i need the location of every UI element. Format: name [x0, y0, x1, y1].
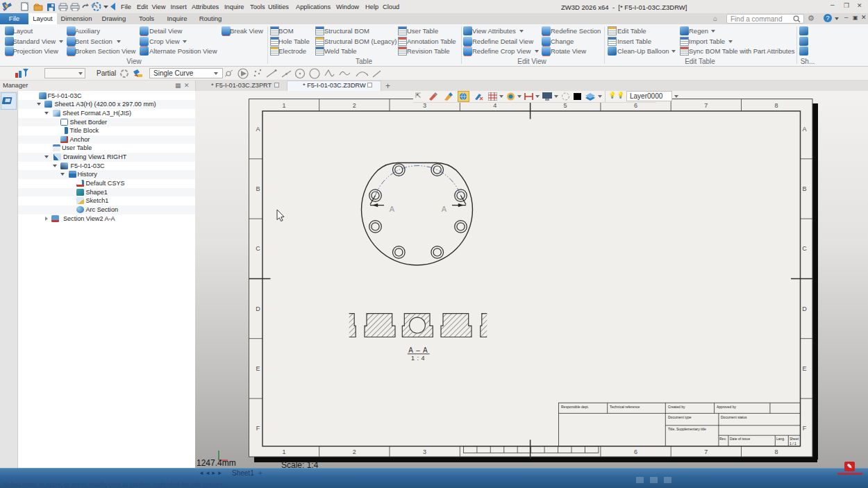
svg-text:B: B	[256, 185, 260, 192]
svg-text:1: 1	[282, 448, 285, 455]
svg-text:Responsible dept.: Responsible dept.	[561, 405, 589, 409]
svg-text:A: A	[390, 205, 395, 213]
svg-text:3: 3	[423, 448, 426, 455]
svg-text:6: 6	[634, 102, 637, 109]
svg-text:8: 8	[774, 448, 778, 455]
svg-text:E: E	[256, 365, 260, 372]
svg-text:Document status: Document status	[721, 415, 747, 419]
svg-text:7: 7	[704, 102, 708, 109]
svg-text:C: C	[802, 245, 807, 252]
svg-text:6: 6	[634, 448, 637, 455]
svg-text:1 : 4: 1 : 4	[411, 355, 425, 362]
svg-text:Technical reference: Technical reference	[610, 405, 640, 409]
svg-text:A – A: A – A	[408, 346, 428, 354]
svg-text:7: 7	[704, 448, 708, 455]
svg-text:Title, Supplementary title: Title, Supplementary title	[668, 427, 706, 431]
svg-text:A: A	[442, 205, 447, 213]
svg-text:Date of issue: Date of issue	[730, 437, 750, 441]
svg-text:A: A	[802, 126, 806, 133]
svg-text:Rev.: Rev.	[719, 437, 726, 441]
svg-text:E: E	[802, 365, 806, 372]
svg-text:F: F	[803, 425, 807, 432]
svg-text:Approved by: Approved by	[717, 405, 737, 409]
svg-text:4: 4	[493, 102, 496, 109]
svg-text:Document type: Document type	[668, 415, 692, 419]
svg-text:1 / 1: 1 / 1	[790, 441, 796, 446]
svg-text:D: D	[802, 305, 807, 312]
svg-text:3: 3	[423, 102, 426, 109]
svg-text:5: 5	[564, 102, 567, 109]
svg-text:2: 2	[353, 102, 356, 109]
svg-text:Sheet: Sheet	[790, 437, 799, 441]
svg-text:1: 1	[282, 102, 285, 109]
svg-text:F: F	[256, 425, 260, 432]
svg-text:D: D	[256, 305, 260, 312]
svg-text:8: 8	[774, 102, 778, 109]
svg-text:A: A	[256, 126, 260, 133]
svg-text:B: B	[802, 185, 806, 192]
svg-text:C: C	[256, 245, 260, 252]
svg-text:Created by: Created by	[668, 405, 685, 409]
svg-text:2: 2	[353, 448, 356, 455]
svg-text:Lang.: Lang.	[776, 437, 785, 441]
